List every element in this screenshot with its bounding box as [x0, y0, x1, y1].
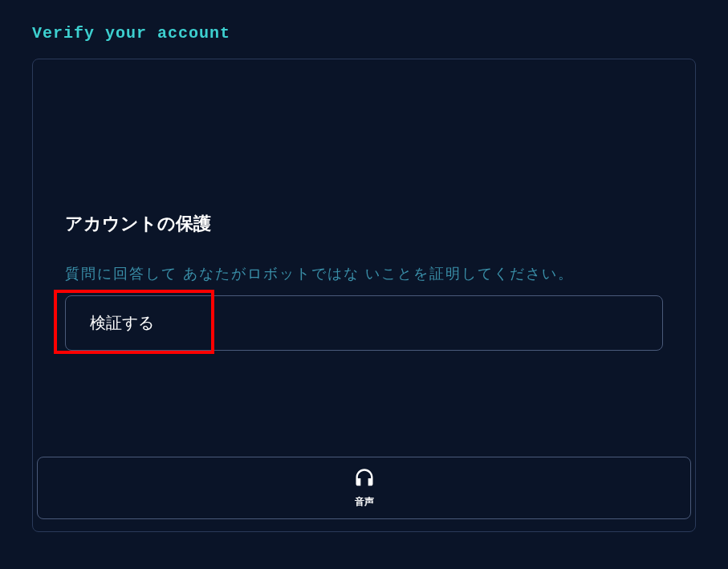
verify-button[interactable]: 検証する: [65, 295, 663, 351]
headphones-icon: [352, 467, 377, 492]
protect-account-heading: アカウントの保護: [65, 212, 663, 236]
verify-button-wrapper: 検証する: [65, 295, 663, 351]
captcha-instruction: 質問に回答して あなたがロボットではな いことを証明してください。: [65, 264, 663, 283]
audio-challenge-button[interactable]: 音声: [37, 457, 691, 519]
page-title: Verify your account: [0, 0, 728, 59]
captcha-container: アカウントの保護 質問に回答して あなたがロボットではな いことを証明してくださ…: [32, 59, 696, 532]
captcha-content: アカウントの保護 質問に回答して あなたがロボットではな いことを証明してくださ…: [33, 59, 695, 351]
audio-button-label: 音声: [355, 495, 374, 509]
